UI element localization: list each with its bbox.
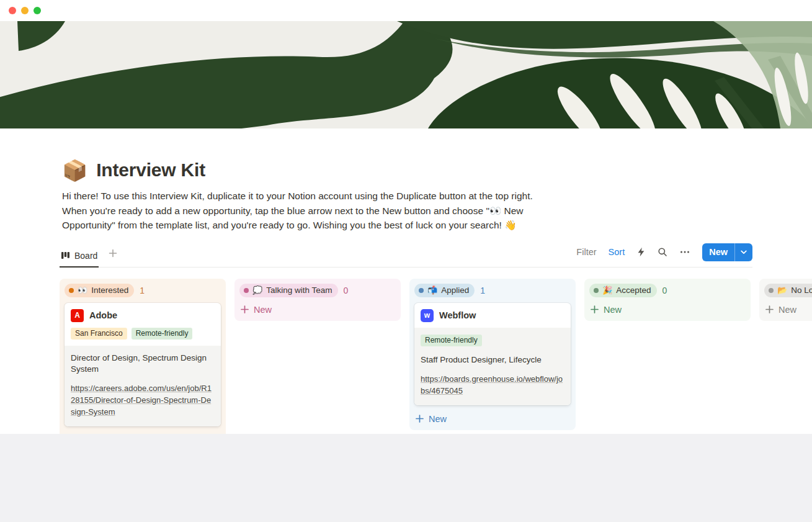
webflow-logo-icon: w xyxy=(421,309,434,322)
add-view-button[interactable] xyxy=(106,249,120,265)
close-window-button[interactable] xyxy=(9,7,16,14)
minimize-window-button[interactable] xyxy=(21,7,29,14)
monstera-leaves-illustration xyxy=(0,21,812,128)
card-adobe[interactable]: A Adobe San Francisco Remote-friendly Di… xyxy=(65,303,221,426)
card-title: Webflow xyxy=(439,310,476,320)
new-record-dropdown-button[interactable] xyxy=(734,243,752,261)
board-icon xyxy=(61,251,70,260)
search-button[interactable] xyxy=(658,247,667,257)
card-count: 1 xyxy=(480,286,485,295)
tab-board-view[interactable]: Board xyxy=(60,247,99,268)
new-card-button[interactable]: New xyxy=(239,301,396,318)
lightning-icon xyxy=(636,247,646,257)
zoom-window-button[interactable] xyxy=(33,7,41,14)
job-title-text: Director of Design, Spectrum Design Syst… xyxy=(71,353,215,375)
tag-remote-friendly: Remote-friendly xyxy=(132,328,193,340)
board-column-interested: 👀 Interested 1 A Adobe San Francisco Rem… xyxy=(60,279,226,451)
page-title[interactable]: Interview Kit xyxy=(96,160,205,181)
column-header[interactable]: 📬 Applied 1 xyxy=(414,282,571,301)
job-url-link[interactable]: https://boards.greenhouse.io/webflow/job… xyxy=(421,374,564,397)
filter-button[interactable]: Filter xyxy=(576,247,596,257)
status-pill: 📂 No Longer Interested xyxy=(764,284,812,297)
mailbox-emoji-icon: 📬 xyxy=(427,286,437,294)
plus-icon xyxy=(416,415,424,423)
job-url-link[interactable]: https://careers.adobe.com/us/en/job/R128… xyxy=(71,383,215,418)
new-card-label: New xyxy=(604,305,622,315)
status-pill: 📬 Applied xyxy=(414,284,475,297)
status-pill: 💭 Talking with Team xyxy=(239,284,338,297)
plus-icon xyxy=(765,305,774,313)
eyes-emoji-icon: 👀 xyxy=(78,286,87,294)
automations-button[interactable] xyxy=(636,247,646,257)
column-header[interactable]: 💭 Talking with Team 0 xyxy=(239,282,396,301)
sort-button[interactable]: Sort xyxy=(609,247,625,257)
card-title-row: w Webflow xyxy=(414,303,571,328)
status-pill: 👀 Interested xyxy=(65,284,134,297)
status-pill: 🎉 Accepted xyxy=(589,284,657,297)
thought-balloon-emoji-icon: 💭 xyxy=(252,286,262,294)
new-card-button[interactable]: New xyxy=(764,301,812,318)
page-header: 📦 Interview Kit xyxy=(62,160,812,181)
folder-emoji-icon: 📂 xyxy=(777,286,787,294)
page-description[interactable]: Hi there! To use this Interview Kit, dup… xyxy=(62,189,543,233)
column-label: Accepted xyxy=(616,286,651,295)
new-card-label: New xyxy=(429,414,447,424)
card-title-row: A Adobe xyxy=(65,303,221,328)
chevron-down-icon xyxy=(741,250,747,254)
card-webflow[interactable]: w Webflow Remote-friendly Staff Product … xyxy=(414,303,571,405)
party-popper-emoji-icon: 🎉 xyxy=(602,286,612,294)
new-card-label: New xyxy=(779,305,796,315)
new-record-button[interactable]: New xyxy=(702,243,734,261)
status-dot-icon xyxy=(594,288,599,293)
view-tabs: Board xyxy=(60,247,120,267)
notion-window: 📦 Interview Kit Hi there! To use this In… xyxy=(0,0,812,522)
plus-icon xyxy=(241,305,249,313)
tag-remote-friendly: Remote-friendly xyxy=(421,335,482,346)
board-column-talking-with-team: 💭 Talking with Team 0 New xyxy=(234,279,401,321)
board-column-no-longer-interested: 📂 No Longer Interested New xyxy=(759,279,812,321)
column-label: Interested xyxy=(91,286,128,295)
job-title-text: Staff Product Designer, Lifecycle xyxy=(421,354,564,366)
card-preview-panel: Director of Design, Spectrum Design Syst… xyxy=(65,346,221,426)
column-header[interactable]: 🎉 Accepted 0 xyxy=(589,282,746,301)
card-title: Adobe xyxy=(89,310,117,320)
board-column-accepted: 🎉 Accepted 0 New xyxy=(584,279,751,321)
card-count: 0 xyxy=(344,286,349,295)
view-toolbar: Board Filter Sort xyxy=(60,243,752,268)
kanban-board: 👀 Interested 1 A Adobe San Francisco Rem… xyxy=(60,279,812,451)
page-icon[interactable]: 📦 xyxy=(62,160,87,181)
card-tags: Remote-friendly xyxy=(421,335,564,346)
column-label: Talking with Team xyxy=(266,286,332,295)
column-header[interactable]: 📂 No Longer Interested xyxy=(764,282,812,301)
search-icon xyxy=(658,247,667,257)
new-record-split-button: New xyxy=(702,243,752,261)
tag-san-francisco: San Francisco xyxy=(71,328,127,340)
more-icon xyxy=(679,247,690,257)
add-view-icon xyxy=(109,249,117,258)
window-background xyxy=(0,434,812,522)
status-dot-icon xyxy=(244,288,249,293)
window-titlebar xyxy=(0,0,812,21)
tab-board-label: Board xyxy=(74,251,97,261)
page-cover-image[interactable] xyxy=(0,21,812,128)
new-card-button[interactable]: New xyxy=(414,410,571,427)
adobe-logo-icon: A xyxy=(71,309,84,322)
status-dot-icon xyxy=(769,288,774,293)
new-card-button[interactable]: New xyxy=(589,301,746,318)
card-preview-panel: Remote-friendly Staff Product Designer, … xyxy=(414,328,571,405)
card-tags: San Francisco Remote-friendly xyxy=(65,328,221,346)
status-dot-icon xyxy=(419,288,424,293)
board-column-applied: 📬 Applied 1 w Webflow Remote-friendly St… xyxy=(409,279,576,430)
new-card-label: New xyxy=(254,305,272,315)
card-count: 0 xyxy=(663,286,667,295)
card-count: 1 xyxy=(140,286,145,295)
status-dot-icon xyxy=(69,288,74,293)
column-label: No Longer Interested xyxy=(791,286,812,295)
column-label: Applied xyxy=(441,286,469,295)
toolbar-controls: Filter Sort New xyxy=(576,243,752,267)
more-options-button[interactable] xyxy=(679,247,690,257)
plus-icon xyxy=(591,305,599,313)
column-header[interactable]: 👀 Interested 1 xyxy=(65,282,221,301)
